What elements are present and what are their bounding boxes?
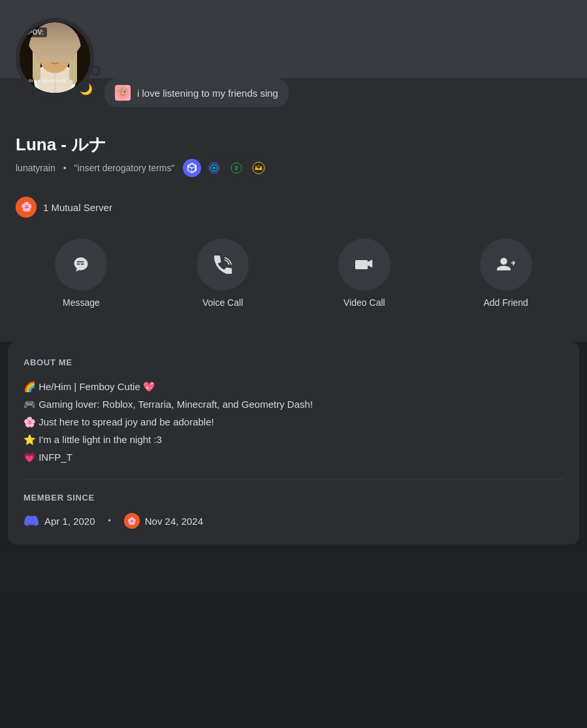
- voice-call-icon: [214, 256, 232, 274]
- profile-info: Luna - ルナ lunatyrain • "insert derogator…: [0, 123, 587, 177]
- about-line-4: ⭐ I'm a little light in the night :3: [24, 431, 563, 448]
- profile-header: POV: ʻnjire a good boy 🌙 i love listenin…: [0, 0, 587, 342]
- server-small-icon: 🌸: [124, 513, 140, 529]
- about-me-content: 🌈 He/Him | Femboy Cutie 💖 🎮 Gaming lover…: [24, 378, 563, 466]
- add-friend-label: Add Friend: [483, 297, 528, 308]
- server-date: Nov 24, 2024: [145, 516, 203, 527]
- svg-text:🌸: 🌸: [127, 516, 136, 525]
- discord-logo-icon: [24, 513, 39, 529]
- status-message: i love listening to my friends sing: [137, 88, 278, 99]
- svg-rect-7: [69, 48, 77, 84]
- section-divider: [24, 479, 563, 480]
- profile-page: POV: ʻnjire a good boy 🌙 i love listenin…: [0, 0, 587, 591]
- status-bubble: i love listening to my friends sing: [104, 78, 289, 107]
- message-icon: [72, 256, 90, 274]
- svg-point-22: [255, 166, 257, 167]
- add-friend-button[interactable]: Add Friend: [480, 239, 532, 308]
- about-section: About Me 🌈 He/Him | Femboy Cutie 💖 🎮 Gam…: [8, 342, 579, 544]
- mutual-server-text: 1 Mutual Server: [43, 202, 112, 213]
- svg-text:#: #: [234, 165, 238, 172]
- voice-call-icon-circle: [197, 239, 249, 291]
- pov-label: POV:: [25, 27, 47, 37]
- discord-date: Apr 1, 2020: [44, 516, 95, 527]
- badges-row: #: [183, 159, 268, 177]
- svg-point-18: [213, 167, 215, 169]
- message-label: Message: [63, 297, 100, 308]
- message-icon-circle: [55, 239, 107, 291]
- online-indicator: [90, 65, 101, 76]
- svg-point-24: [261, 166, 262, 167]
- server-avatar-icon: 🌸: [16, 197, 37, 218]
- video-call-label: Video Call: [343, 297, 385, 308]
- svg-point-8: [45, 52, 52, 60]
- video-call-button[interactable]: Video Call: [338, 239, 390, 308]
- crown-icon: [252, 161, 265, 174]
- svg-point-21: [253, 162, 264, 174]
- separator-dot: •: [63, 163, 67, 173]
- message-button[interactable]: Message: [55, 239, 107, 308]
- good-boy-label: ʻnjire a good boy: [24, 78, 66, 84]
- action-buttons-row: Message Voice Call: [0, 228, 587, 329]
- avatar-container: POV: ʻnjire a good boy 🌙: [16, 18, 94, 97]
- about-me-heading: About Me: [24, 357, 563, 367]
- add-friend-icon: [497, 256, 515, 274]
- svg-point-23: [258, 165, 259, 167]
- status-emoji: [115, 85, 131, 101]
- badge-crown: [249, 159, 268, 177]
- custom-status-text: "insert derogatory terms": [74, 163, 175, 173]
- handle: lunatyrain: [16, 163, 56, 173]
- svg-point-9: [58, 52, 65, 60]
- about-line-5: 💗 INFP_T: [24, 448, 563, 466]
- badge-hash: #: [227, 159, 246, 177]
- username-row: lunatyrain • "insert derogatory terms": [16, 159, 571, 177]
- bottom-bar: [0, 552, 587, 591]
- server-icon: 🌸: [16, 197, 37, 218]
- about-line-3: 🌸 Just here to spread joy and be adorabl…: [24, 413, 563, 431]
- member-since-row: Apr 1, 2020 • 🌸 Nov 24, 2024: [24, 513, 563, 529]
- svg-text:🌸: 🌸: [21, 201, 33, 212]
- add-friend-icon-circle: [480, 239, 532, 291]
- server-icon-small: 🌸: [124, 513, 140, 529]
- boost-icon: [208, 162, 220, 174]
- badge-boost: [205, 159, 223, 177]
- moon-badge: 🌙: [77, 80, 95, 98]
- video-call-icon: [355, 256, 373, 274]
- svg-point-11: [60, 54, 63, 58]
- member-since-heading: Member Since: [24, 493, 563, 503]
- svg-point-10: [47, 54, 50, 58]
- voice-call-button[interactable]: Voice Call: [197, 239, 249, 308]
- video-call-icon-circle: [338, 239, 390, 291]
- about-line-2: 🎮 Gaming lover: Roblox, Terraria, Minecr…: [24, 395, 563, 413]
- server-join-date: 🌸 Nov 24, 2024: [124, 513, 203, 529]
- voice-call-label: Voice Call: [202, 297, 243, 308]
- discord-icon: [24, 514, 39, 528]
- display-name: Luna - ルナ: [16, 133, 571, 156]
- bullet-separator: •: [108, 516, 111, 525]
- discord-join-date: Apr 1, 2020: [24, 513, 95, 529]
- status-icon: [115, 85, 131, 101]
- nitro-icon: [186, 162, 198, 174]
- badge-nitro: [183, 159, 201, 177]
- svg-point-4: [39, 39, 71, 73]
- mutual-server-row[interactable]: 🌸 1 Mutual Server: [0, 186, 587, 228]
- about-line-1: 🌈 He/Him | Femboy Cutie 💖: [24, 378, 563, 395]
- svg-rect-6: [33, 48, 40, 81]
- hash-icon: #: [230, 162, 242, 174]
